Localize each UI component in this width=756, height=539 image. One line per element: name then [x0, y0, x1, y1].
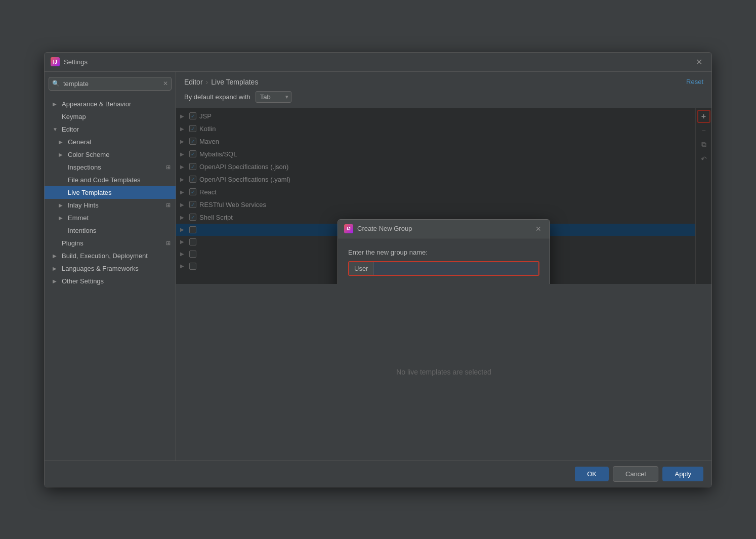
- sidebar-item-label: Editor: [62, 126, 79, 133]
- search-icon: 🔍: [52, 80, 60, 87]
- sidebar-item-label: Inlay Hints: [68, 201, 99, 209]
- templates-area: ▶ JSP ▶ Kotlin ▶ Maven: [176, 108, 711, 284]
- search-box: 🔍 ✕: [49, 77, 172, 91]
- dialog-prompt-label: Enter the new group name:: [348, 248, 539, 256]
- sidebar-item-label: Appearance & Behavior: [62, 100, 131, 108]
- sidebar-item-label: Languages & Frameworks: [62, 265, 139, 272]
- sidebar-item-label: Emmet: [68, 214, 89, 222]
- badge-icon: ⊞: [166, 202, 171, 209]
- sidebar-item-label: File and Code Templates: [68, 176, 141, 184]
- bottom-bar: OK Cancel Apply: [45, 461, 711, 487]
- chevron-right-icon: ▶: [53, 266, 59, 271]
- sidebar-item-build-execution[interactable]: ▶ Build, Execution, Deployment: [45, 250, 176, 262]
- chevron-right-icon: ▶: [59, 202, 65, 208]
- sidebar-item-other-settings[interactable]: ▶ Other Settings: [45, 275, 176, 287]
- app-icon: IJ: [51, 57, 60, 66]
- sidebar-item-label: Live Templates: [68, 189, 111, 196]
- dialog-title-bar: IJ Create New Group ✕: [338, 220, 550, 238]
- chevron-right-icon: ▶: [59, 152, 65, 157]
- reset-button[interactable]: Reset: [686, 78, 703, 86]
- sidebar-item-label: General: [68, 138, 91, 146]
- sidebar-item-label: Build, Execution, Deployment: [62, 252, 148, 260]
- sidebar-item-inspections[interactable]: Inspections ⊞: [45, 161, 176, 174]
- sidebar-item-label: Color Scheme: [68, 151, 109, 158]
- breadcrumb-editor: Editor: [184, 78, 203, 86]
- expand-select[interactable]: Tab Enter Space: [256, 91, 291, 103]
- sidebar-item-label: Inspections: [68, 163, 101, 171]
- clear-search-button[interactable]: ✕: [163, 80, 168, 87]
- sidebar: 🔍 ✕ ▶ Appearance & Behavior Keymap ▼ Edi…: [45, 72, 176, 461]
- sidebar-item-general[interactable]: ▶ General: [45, 136, 176, 148]
- sidebar-item-file-code-templates[interactable]: File and Code Templates: [45, 174, 176, 186]
- sidebar-item-keymap[interactable]: Keymap: [45, 110, 176, 123]
- sidebar-item-inlay-hints[interactable]: ▶ Inlay Hints ⊞: [45, 199, 176, 212]
- right-panel: Editor › Live Templates Reset By default…: [176, 72, 711, 461]
- breadcrumb-live-templates: Live Templates: [211, 78, 258, 86]
- cancel-button[interactable]: Cancel: [613, 466, 658, 482]
- sidebar-item-languages-frameworks[interactable]: ▶ Languages & Frameworks: [45, 262, 176, 275]
- dialog-title: Create New Group: [357, 225, 529, 232]
- sidebar-item-label: Plugins: [62, 239, 83, 247]
- search-input[interactable]: [49, 77, 172, 91]
- dialog-input-row: User: [348, 261, 539, 276]
- main-content: 🔍 ✕ ▶ Appearance & Behavior Keymap ▼ Edi…: [45, 72, 711, 461]
- sidebar-tree: ▶ Appearance & Behavior Keymap ▼ Editor …: [45, 96, 176, 461]
- sidebar-item-editor[interactable]: ▼ Editor: [45, 123, 176, 136]
- sidebar-item-intentions[interactable]: Intentions: [45, 224, 176, 237]
- breadcrumb: Editor › Live Templates: [184, 78, 258, 86]
- dialog-backdrop: IJ Create New Group ✕ Enter the new grou…: [176, 108, 711, 284]
- sidebar-item-emmet[interactable]: ▶ Emmet: [45, 212, 176, 224]
- sidebar-item-label: Other Settings: [62, 277, 104, 285]
- dialog-app-icon: IJ: [344, 224, 353, 233]
- dialog-body: Enter the new group name: User OK Cancel: [338, 238, 550, 284]
- chevron-right-icon: ▶: [53, 101, 59, 107]
- sidebar-item-color-scheme[interactable]: ▶ Color Scheme: [45, 148, 176, 161]
- ok-button[interactable]: OK: [575, 467, 609, 481]
- close-button[interactable]: ✕: [693, 56, 705, 68]
- panel-header: Editor › Live Templates Reset: [176, 72, 711, 86]
- badge-icon: ⊞: [166, 164, 171, 171]
- no-selection-message: No live templates are selected: [176, 284, 711, 461]
- sidebar-item-label: Keymap: [62, 113, 86, 120]
- chevron-right-icon: ▶: [59, 215, 65, 221]
- title-bar: IJ Settings ✕: [45, 53, 711, 72]
- sidebar-item-label: Intentions: [68, 227, 96, 234]
- breadcrumb-separator: ›: [206, 78, 208, 86]
- sidebar-item-plugins[interactable]: Plugins ⊞: [45, 237, 176, 250]
- chevron-right-icon: ▶: [59, 139, 65, 145]
- sidebar-item-live-templates[interactable]: Live Templates: [45, 186, 176, 199]
- expand-row: By default expand with Tab Enter Space: [176, 86, 711, 108]
- window-title: Settings: [64, 58, 88, 66]
- badge-icon: ⊞: [166, 240, 171, 246]
- apply-button[interactable]: Apply: [662, 467, 703, 481]
- chevron-down-icon: ▼: [53, 127, 59, 132]
- chevron-right-icon: ▶: [53, 253, 59, 259]
- create-new-group-dialog: IJ Create New Group ✕ Enter the new grou…: [338, 219, 550, 284]
- dialog-group-name-input[interactable]: [373, 262, 538, 275]
- dialog-close-button[interactable]: ✕: [533, 224, 543, 234]
- chevron-right-icon: ▶: [53, 278, 59, 284]
- expand-label: By default expand with: [184, 93, 250, 101]
- sidebar-item-appearance[interactable]: ▶ Appearance & Behavior: [45, 98, 176, 110]
- settings-window: IJ Settings ✕ 🔍 ✕ ▶ Appearance & Behavio…: [44, 52, 712, 487]
- expand-select-wrap: Tab Enter Space: [256, 91, 291, 103]
- dialog-input-prefix: User: [349, 262, 373, 275]
